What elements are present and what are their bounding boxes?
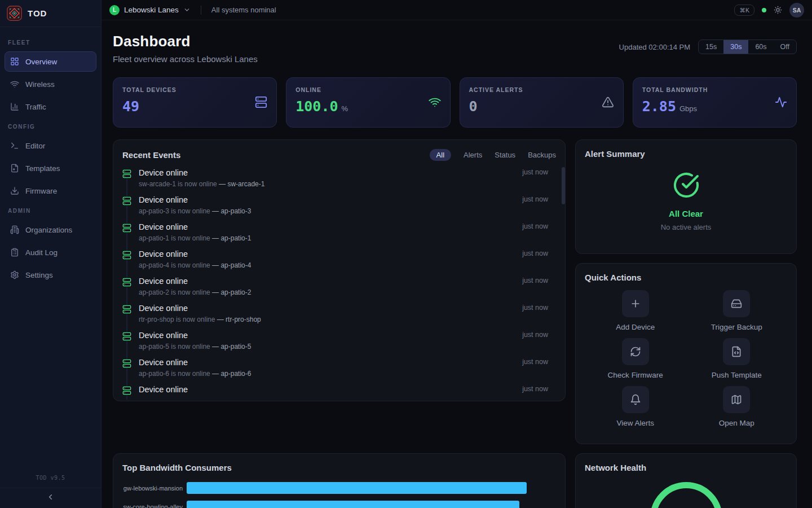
event-tab-status[interactable]: Status (495, 151, 515, 159)
server-icon (122, 278, 131, 287)
stat-value-row: 0 (469, 98, 614, 115)
quick-action-open-map[interactable]: Open Map (686, 386, 788, 427)
event-timestamp: just now (522, 304, 556, 331)
topbar: L Lebowski Lanes All systems nominal ⌘K … (102, 0, 812, 20)
event-timestamp: just now (522, 358, 556, 385)
event-timestamp: just now (522, 222, 556, 249)
org-avatar: L (109, 5, 120, 15)
event-tab-alerts[interactable]: Alerts (464, 151, 482, 159)
event-description: ap-patio-2 is now online — ap-patio-2 (139, 288, 251, 296)
refresh-option-60s[interactable]: 60s (748, 40, 773, 54)
bandwidth-row: gw-lebowski-mansion (122, 482, 556, 494)
sidebar-nav: FLEETOverviewWirelessTrafficCONFIGEditor… (0, 27, 101, 470)
event-timestamp: just now (522, 195, 556, 222)
map-icon (723, 386, 750, 413)
event-title: Device online (139, 249, 251, 259)
stat-unit: Gbps (679, 104, 697, 113)
sidebar-footer: TOD v9.5 (0, 470, 101, 508)
sidebar-item-label: Organizations (25, 226, 72, 234)
event-row: Device onlineap-patio-5 is now online — … (122, 331, 556, 358)
recent-events-title: Recent Events (122, 150, 180, 160)
quick-action-trigger-backup[interactable]: Trigger Backup (686, 290, 788, 331)
sidebar-item-settings[interactable]: Settings (5, 265, 96, 285)
event-body: Device onlineap-patio-1 is now online — … (139, 222, 251, 249)
health-gauge: 100 (650, 482, 722, 508)
event-tab-backups[interactable]: Backups (528, 151, 556, 159)
bar-chart-icon (10, 102, 19, 111)
sidebar-item-traffic[interactable]: Traffic (5, 97, 96, 117)
sidebar-item-label: Editor (25, 142, 45, 150)
event-list: Device onlinesw-arcade-1 is now online —… (122, 168, 556, 400)
stat-label: ACTIVE ALERTS (469, 86, 614, 93)
refresh-option-off[interactable]: Off (774, 40, 796, 54)
terminal-icon (10, 141, 19, 150)
event-row: Device onlineap-patio-2 is now online — … (122, 277, 556, 304)
event-device-name: — sw-arcade-1 (219, 180, 264, 188)
stat-value-row: 2.85Gbps (642, 98, 787, 115)
stat-card-total-bandwidth: TOTAL BANDWIDTH2.85Gbps (633, 77, 797, 128)
event-tab-all[interactable]: All (430, 149, 451, 161)
activity-icon (775, 96, 787, 111)
event-device-name: — rtr-pro-shop (217, 316, 261, 323)
event-title: Device online (139, 222, 251, 231)
server-icon (122, 251, 131, 260)
quick-action-view-alerts[interactable]: View Alerts (585, 386, 686, 427)
sidebar-item-overview[interactable]: Overview (5, 51, 96, 72)
quick-action-push-template[interactable]: Push Template (686, 338, 788, 379)
sidebar-item-label: Firmware (25, 187, 57, 195)
event-device-name: — ap-patio-4 (212, 261, 251, 269)
check-circle-icon (673, 172, 700, 201)
sidebar-item-firmware[interactable]: Firmware (5, 181, 96, 201)
event-title: Device online (139, 358, 251, 367)
bandwidth-bars: gw-lebowski-mansionsw-core-bowling-alley (122, 482, 556, 508)
sidebar-collapse-button[interactable] (0, 488, 101, 508)
user-avatar[interactable]: SA (789, 3, 804, 17)
hard-drive-icon (723, 290, 750, 317)
quick-action-check-firmware[interactable]: Check Firmware (585, 338, 686, 379)
sidebar-item-label: Wireless (25, 80, 55, 89)
event-body: Device onlinesw-arcade-1 is now online —… (139, 168, 264, 195)
org-switcher[interactable]: L Lebowski Lanes (109, 5, 191, 15)
refresh-option-15s[interactable]: 15s (699, 40, 723, 54)
nav-section-label: FLEET (0, 35, 101, 49)
stat-value: 100.0 (295, 98, 338, 115)
event-title: Device online (139, 195, 251, 204)
event-body: Device onlineap-patio-2 is now online — … (139, 277, 251, 304)
sidebar-item-editor[interactable]: Editor (5, 135, 96, 156)
server-icon (122, 305, 131, 314)
plus-icon (622, 290, 649, 317)
event-device-name: — ap-patio-3 (212, 207, 251, 215)
file-dot-icon (10, 164, 19, 173)
events-scrollbar[interactable] (562, 167, 565, 204)
event-title: Device online (139, 168, 264, 177)
bandwidth-card: Top Bandwidth Consumers gw-lebowski-mans… (113, 453, 566, 508)
app-version: TOD v9.5 (0, 470, 101, 488)
theme-toggle-sun-icon[interactable] (774, 6, 782, 14)
quick-action-label: Open Map (719, 419, 754, 427)
chevron-left-icon (46, 493, 55, 503)
quick-action-label: View Alerts (616, 419, 654, 427)
stat-card-total-devices: TOTAL DEVICES49 (113, 77, 277, 128)
system-status-text: All systems nominal (211, 6, 276, 14)
quick-action-add-device[interactable]: Add Device (585, 290, 686, 331)
alert-triangle-icon (602, 96, 614, 111)
bandwidth-row: sw-core-bowling-alley (122, 501, 556, 508)
sidebar-item-label: Traffic (25, 103, 46, 111)
stat-label: TOTAL DEVICES (122, 86, 267, 93)
gear-icon (10, 270, 19, 279)
event-body: Device onlineap-patio-3 is now online — … (139, 195, 251, 222)
download-icon (10, 186, 19, 195)
stat-value: 2.85 (642, 98, 676, 115)
sidebar-item-templates[interactable]: Templates (5, 158, 96, 178)
server-icon (122, 169, 131, 178)
stat-label: TOTAL BANDWIDTH (642, 86, 787, 93)
event-description: ap-patio-3 is now online — ap-patio-3 (139, 207, 251, 215)
sidebar-item-wireless[interactable]: Wireless (5, 74, 96, 94)
sidebar-item-organizations[interactable]: Organizations (5, 220, 96, 240)
command-palette-shortcut[interactable]: ⌘K (734, 5, 754, 16)
event-description: sw-arcade-1 is now online — sw-arcade-1 (139, 180, 264, 188)
sidebar-item-audit-log[interactable]: Audit Log (5, 242, 96, 262)
refresh-option-30s[interactable]: 30s (723, 40, 748, 54)
event-device-name: — ap-patio-1 (212, 234, 251, 242)
org-name: Lebowski Lanes (124, 6, 179, 14)
